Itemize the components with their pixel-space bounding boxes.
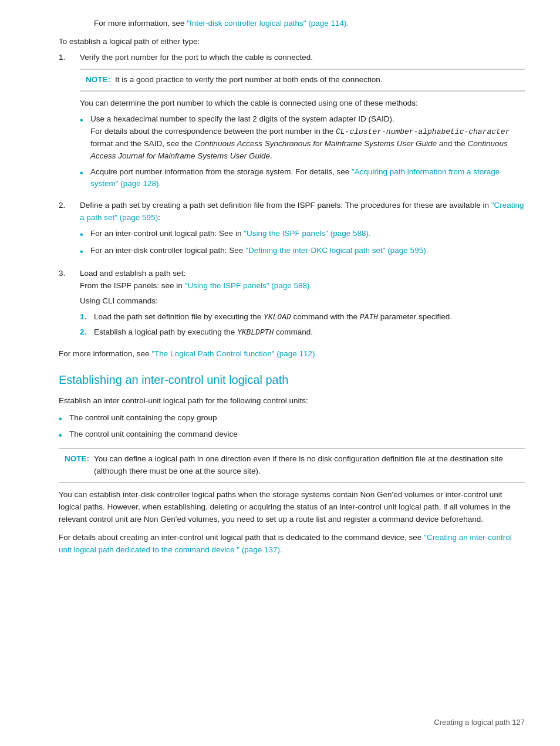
section-bullet-2: • The control unit containing the comman… bbox=[59, 428, 525, 442]
cli-step-1-prefix: Load the path set definition file by exe… bbox=[94, 312, 264, 321]
note-1-label: NOTE: bbox=[86, 74, 110, 86]
bullet-2-1-content: For an inter-control unit logical path: … bbox=[90, 228, 371, 240]
section-para2: For details about creating an inter-cont… bbox=[59, 532, 525, 556]
section-note-text: You can define a logical path in one dir… bbox=[94, 453, 519, 478]
bullet-1-1-detail: For details about the correspondence bet… bbox=[90, 126, 525, 163]
note-1-text: It is a good practice to verify the port… bbox=[115, 74, 383, 86]
step-1-after-note: You can determine the port number to whi… bbox=[80, 97, 525, 110]
cli-step-2-suffix: command. bbox=[274, 328, 313, 336]
bottom-link-para: For more information, see "The Logical P… bbox=[59, 348, 525, 360]
bullet-2-2: • For an inter-disk controller logical p… bbox=[80, 245, 525, 258]
cli-step-1-mono1: YKLOAD bbox=[264, 313, 291, 322]
section-bullet-2-text: The control unit containing the command … bbox=[69, 428, 238, 441]
detail-and: and the bbox=[437, 139, 468, 148]
section-note: NOTE: You can define a logical path in o… bbox=[59, 448, 525, 483]
bullet-1-1: • Use a hexadecimal number to specify th… bbox=[80, 113, 525, 163]
step-2-bullets: • For an inter-control unit logical path… bbox=[80, 228, 525, 258]
detail-end: . bbox=[270, 151, 272, 160]
bottom-link[interactable]: "The Logical Path Control function" (pag… bbox=[151, 349, 317, 358]
main-steps: 1. Verify the port number for the port t… bbox=[59, 52, 525, 342]
step-3-content: Load and establish a path set: From the … bbox=[80, 268, 525, 342]
section-bullet-list: • The control unit containing the copy g… bbox=[59, 412, 525, 443]
step-3-num: 3. bbox=[59, 268, 80, 280]
section-heading: Establishing an inter-control unit logic… bbox=[59, 371, 525, 389]
cli-step-1-content: Load the path set definition file by exe… bbox=[94, 311, 452, 323]
cli-step-1: 1. Load the path set definition file by … bbox=[80, 311, 525, 323]
section-bullet-icon-1: • bbox=[59, 413, 69, 426]
bullet-icon-2-1: • bbox=[80, 229, 90, 241]
step-1: 1. Verify the port number for the port t… bbox=[59, 52, 525, 194]
step-1-bullets: • Use a hexadecimal number to specify th… bbox=[80, 113, 525, 191]
detail-mid: format and the SAID, see the bbox=[90, 139, 195, 148]
bullet-icon-1-1: • bbox=[80, 114, 90, 127]
step-2-suffix: : bbox=[158, 213, 160, 222]
step-1-text: Verify the port number for the port to w… bbox=[80, 52, 525, 64]
step-2-text: Define a path set by creating a path set… bbox=[80, 200, 525, 224]
bullet-1-1-content: Use a hexadecimal number to specify the … bbox=[90, 113, 525, 163]
cli-steps: 1. Load the path set definition file by … bbox=[80, 311, 525, 339]
bullet-2-2-link[interactable]: "Defining the inter-DKC logical path set… bbox=[245, 246, 428, 255]
section-para2-prefix: For details about creating an inter-cont… bbox=[59, 533, 424, 542]
cli-step-1-mid: command with the bbox=[291, 312, 360, 321]
section-intro: Establish an inter control-unit logical … bbox=[59, 395, 525, 407]
bullet-1-1-main: Use a hexadecimal number to specify the … bbox=[90, 113, 525, 126]
page-footer: Creating a logical path 127 bbox=[434, 717, 525, 728]
section-bullet-1: • The control unit containing the copy g… bbox=[59, 412, 525, 426]
top-intro: For more information, see "Inter-disk co… bbox=[94, 18, 525, 30]
detail-prefix: For details about the correspondence bet… bbox=[90, 127, 336, 136]
cli-step-2-num: 2. bbox=[80, 326, 94, 339]
top-link[interactable]: "Inter-disk controller logical paths" (p… bbox=[187, 19, 349, 28]
cli-step-1-suffix: parameter specified. bbox=[378, 312, 452, 321]
detail-mono: CL-cluster-number-alphabetic-character bbox=[336, 127, 510, 136]
intro-text: To establish a logical path of either ty… bbox=[59, 36, 525, 48]
cli-step-2-prefix: Establish a logical path by executing th… bbox=[94, 328, 237, 336]
step-2-content: Define a path set by creating a path set… bbox=[80, 200, 525, 261]
bullet-2-1-prefix: For an inter-control unit logical path: … bbox=[90, 229, 244, 238]
section-note-label: NOTE: bbox=[65, 453, 89, 478]
bottom-link-prefix: For more information, see bbox=[59, 349, 151, 358]
section-bullet-icon-2: • bbox=[59, 430, 69, 442]
step-3: 3. Load and establish a path set: From t… bbox=[59, 268, 525, 342]
cli-step-1-mono2: PATH bbox=[360, 313, 378, 322]
section-bullet-1-text: The control unit containing the copy gro… bbox=[69, 412, 217, 424]
ispf-link[interactable]: "Using the ISPF panels" (page 588). bbox=[185, 281, 312, 290]
ispf-prefix: From the ISPF panels: see in bbox=[80, 281, 185, 290]
bullet-2-2-content: For an inter-disk controller logical pat… bbox=[90, 245, 428, 257]
bullet-1-2: • Acquire port number information from t… bbox=[80, 166, 525, 191]
detail-italic1: Continuous Access Synchronous for Mainfr… bbox=[195, 139, 437, 148]
step-1-content: Verify the port number for the port to w… bbox=[80, 52, 525, 194]
top-intro-prefix: For more information, see bbox=[94, 19, 187, 28]
step-2: 2. Define a path set by creating a path … bbox=[59, 200, 525, 261]
bullet-1-2-content: Acquire port number information from the… bbox=[90, 166, 525, 191]
section-para1: You can establish inter-disk controller … bbox=[59, 489, 525, 526]
cli-step-2-mono1: YKBLDPTH bbox=[237, 328, 274, 337]
bullet-2-1-link[interactable]: "Using the ISPF panels" (page 588). bbox=[244, 229, 371, 238]
bullet-1-2-prefix: Acquire port number information from the… bbox=[90, 167, 352, 176]
step-2-prefix: Define a path set by creating a path set… bbox=[80, 201, 491, 210]
step-3-cli-label: Using CLI commands: bbox=[80, 295, 525, 308]
bullet-2-1: • For an inter-control unit logical path… bbox=[80, 228, 525, 241]
step-3-ispf: From the ISPF panels: see in "Using the … bbox=[80, 280, 525, 292]
bullet-2-2-prefix: For an inter-disk controller logical pat… bbox=[90, 246, 245, 255]
step-1-num: 1. bbox=[59, 52, 80, 64]
step-3-text: Load and establish a path set: bbox=[80, 268, 525, 280]
bullet-icon-2-2: • bbox=[80, 246, 90, 258]
step-1-note: NOTE: It is a good practice to verify th… bbox=[80, 69, 525, 92]
step-2-num: 2. bbox=[59, 200, 80, 212]
cli-step-1-num: 1. bbox=[80, 311, 94, 323]
cli-step-2-content: Establish a logical path by executing th… bbox=[94, 326, 313, 339]
cli-step-2: 2. Establish a logical path by executing… bbox=[80, 326, 525, 339]
bullet-icon-1-2: • bbox=[80, 167, 90, 180]
